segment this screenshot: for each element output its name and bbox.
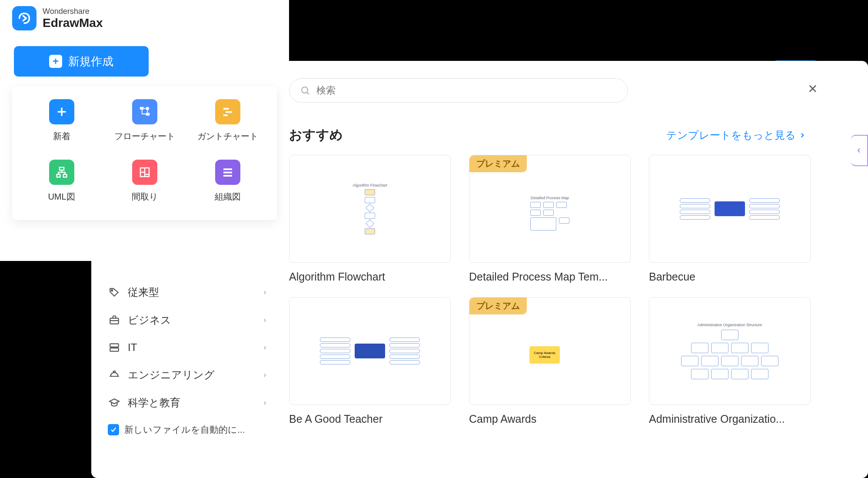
svg-rect-16 — [110, 318, 119, 324]
dropdown-label: ガントチャート — [197, 130, 258, 142]
graduation-icon — [108, 396, 121, 409]
svg-rect-7 — [57, 174, 60, 177]
new-create-button[interactable]: + 新規作成 — [14, 46, 149, 77]
chevron-right-icon: › — [264, 316, 266, 324]
category-label: エンジニアリング — [128, 368, 215, 382]
auto-save-label: 新しいファイルを自動的に... — [124, 424, 245, 436]
category-item-engineering[interactable]: エンジニアリング › — [104, 361, 269, 389]
svg-rect-10 — [223, 168, 232, 170]
dropdown-item-uml[interactable]: UML図 — [25, 160, 98, 203]
svg-rect-12 — [223, 175, 232, 177]
brand-upper: Wondershare — [43, 7, 103, 16]
template-title: Detailed Process Map Tem... — [469, 271, 631, 283]
dropdown-item-orgchart[interactable]: 組織図 — [191, 160, 264, 203]
svg-rect-6 — [60, 167, 64, 170]
category-label: 従来型 — [128, 285, 159, 299]
template-card[interactable]: Administrative Organization Structure Ad… — [649, 297, 811, 425]
gantt-icon — [215, 99, 240, 124]
dropdown-label: 組織図 — [215, 191, 241, 203]
template-title: Be A Good Teacher — [289, 413, 451, 425]
flowchart-icon — [132, 99, 157, 124]
template-thumb: プレミアム Camp Awards Criteria — [469, 297, 631, 405]
helmet-icon — [108, 368, 121, 381]
floorplan-icon — [132, 160, 157, 185]
brand-lower: EdrawMax — [43, 16, 103, 30]
template-thumb: プレミアム Detailed Process Map — [469, 155, 631, 263]
svg-point-15 — [111, 290, 113, 291]
app-logo: Wondershare EdrawMax — [0, 0, 289, 37]
category-sidebar: 従来型 › ビジネス › IT › エンジニアリング › 科学と教育 › — [104, 278, 269, 443]
recommend-title: おすすめ — [289, 126, 343, 144]
svg-rect-0 — [140, 107, 143, 110]
checkbox-checked-icon[interactable] — [108, 424, 119, 435]
uml-icon — [49, 160, 74, 185]
new-dropdown: 新着 フローチャート ガントチャート UML図 間取り — [12, 86, 277, 220]
auto-save-row[interactable]: 新しいファイルを自動的に... — [104, 417, 269, 443]
svg-rect-17 — [110, 344, 119, 347]
svg-rect-8 — [63, 174, 67, 177]
category-item-science[interactable]: 科学と教育 › — [104, 389, 269, 417]
svg-rect-4 — [226, 111, 232, 113]
template-title: Administrative Organizatio... — [649, 413, 811, 425]
template-card[interactable]: プレミアム Camp Awards Criteria Camp Awards — [469, 297, 631, 425]
template-search[interactable] — [289, 78, 628, 103]
template-title: Barbecue — [649, 271, 811, 283]
svg-rect-11 — [223, 172, 232, 174]
dropdown-label: UML図 — [48, 191, 75, 203]
template-thumb — [649, 155, 811, 263]
dropdown-item-floorplan[interactable]: 間取り — [108, 160, 181, 203]
chevron-right-icon — [798, 131, 806, 139]
logo-icon — [12, 6, 37, 30]
category-label: ビジネス — [128, 313, 171, 327]
dropdown-item-flowchart[interactable]: フローチャート — [108, 99, 181, 142]
category-label: 科学と教育 — [128, 396, 180, 410]
briefcase-icon — [108, 314, 121, 327]
dropdown-item-new[interactable]: 新着 — [25, 99, 98, 142]
orgchart-icon — [215, 160, 240, 185]
template-card[interactable]: Algorithm Flowchart Algorithm Flowchart — [289, 155, 451, 283]
dropdown-label: フローチャート — [114, 130, 175, 142]
dropdown-label: 新着 — [53, 130, 70, 142]
new-create-label: 新規作成 — [68, 54, 113, 69]
svg-point-14 — [302, 87, 308, 93]
template-thumb: Administrative Organization Structure — [649, 297, 811, 405]
chevron-right-icon: › — [264, 344, 266, 351]
category-label: IT — [128, 341, 137, 354]
template-thumb — [289, 297, 451, 405]
search-input[interactable] — [316, 85, 617, 96]
more-templates-link[interactable]: テンプレートをもっと見る — [666, 128, 806, 142]
svg-rect-5 — [223, 114, 228, 116]
svg-point-2 — [146, 107, 149, 110]
close-icon[interactable]: ✕ — [808, 82, 818, 96]
category-item-classic[interactable]: 従来型 › — [104, 278, 269, 306]
plus-square-icon — [49, 99, 74, 124]
template-card[interactable]: プレミアム Detailed Process Map Detailed Proc… — [469, 155, 631, 283]
dropdown-label: 間取り — [132, 191, 158, 203]
premium-badge: プレミアム — [469, 297, 527, 314]
plus-icon: + — [49, 55, 62, 68]
more-templates-label: テンプレートをもっと見る — [666, 128, 796, 142]
template-thumb: Algorithm Flowchart — [289, 155, 451, 263]
template-grid: Algorithm Flowchart Algorithm Flowchart … — [289, 155, 811, 425]
svg-rect-18 — [110, 348, 119, 351]
svg-rect-1 — [146, 113, 150, 116]
premium-badge: プレミアム — [469, 155, 527, 172]
template-dialog: ✕ おすすめ テンプレートをもっと見る Algorithm Flowchart … — [289, 78, 824, 470]
template-card[interactable]: Barbecue — [649, 155, 811, 283]
svg-rect-3 — [223, 108, 229, 110]
category-item-it[interactable]: IT › — [104, 334, 269, 361]
server-icon — [108, 341, 121, 354]
start-panel: Wondershare EdrawMax + 新規作成 新着 フローチャート ガ… — [0, 0, 289, 261]
template-title: Camp Awards — [469, 413, 631, 425]
chevron-right-icon: › — [264, 399, 266, 407]
side-collapse-toggle[interactable] — [851, 135, 868, 166]
chevron-right-icon: › — [264, 371, 266, 379]
tag-icon — [108, 286, 121, 299]
template-title: Algorithm Flowchart — [289, 271, 451, 283]
dropdown-item-gantt[interactable]: ガントチャート — [191, 99, 264, 142]
category-item-business[interactable]: ビジネス › — [104, 306, 269, 334]
chevron-right-icon: › — [264, 288, 266, 296]
template-card[interactable]: Be A Good Teacher — [289, 297, 451, 425]
search-icon — [300, 85, 310, 96]
